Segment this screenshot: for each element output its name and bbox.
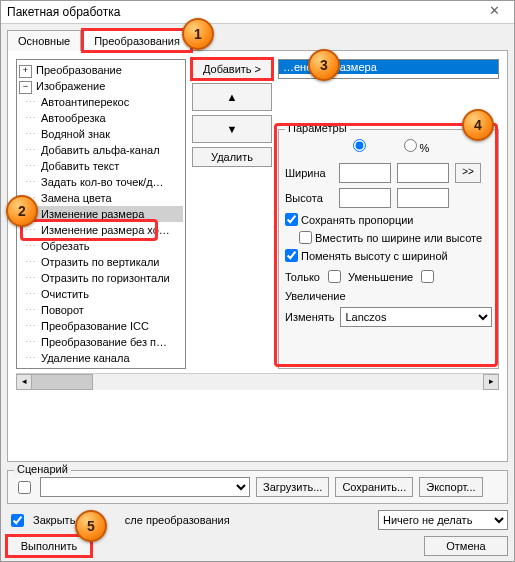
tab-transform[interactable]: Преобразования	[83, 30, 191, 51]
scenario-fieldset: Сценарий Загрузить... Сохранить... Экспо…	[7, 470, 508, 504]
tree-item[interactable]: Очистить	[19, 286, 183, 302]
more-button[interactable]: >>	[455, 163, 481, 183]
load-button[interactable]: Загрузить...	[256, 477, 329, 497]
increase-check[interactable]	[421, 270, 434, 283]
move-up-button[interactable]: ▲	[192, 83, 272, 111]
scroll-left-icon[interactable]: ◂	[16, 374, 32, 390]
tree-root[interactable]: −Изображение	[19, 78, 183, 94]
tree-item[interactable]: Преобразование без п…	[19, 334, 183, 350]
tree-item[interactable]: Добавить альфа-канал	[19, 142, 183, 158]
tree-item[interactable]: Отразить по вертикали	[19, 254, 183, 270]
close-after-check[interactable]	[11, 514, 24, 527]
add-button[interactable]: Добавить >	[192, 59, 272, 79]
batch-window: Пакетная обработка ✕ Основные Преобразов…	[0, 0, 515, 562]
window-title: Пакетная обработка	[7, 5, 120, 19]
collapse-icon[interactable]: −	[19, 81, 32, 94]
swap-check[interactable]	[285, 249, 298, 262]
triangle-down-icon: ▼	[227, 123, 238, 135]
scroll-thumb[interactable]	[31, 374, 93, 390]
tabs: Основные Преобразования 1	[7, 30, 508, 51]
tree-root[interactable]: +Преобразование	[19, 62, 183, 78]
tree-item[interactable]: Добавить текст	[19, 158, 183, 174]
height-label: Высота	[285, 192, 333, 204]
scenario-check[interactable]	[18, 481, 31, 494]
tree-item[interactable]: Преобразование ICC	[19, 318, 183, 334]
method-select[interactable]: Lanczos	[340, 307, 492, 327]
transform-tree[interactable]: +Преобразование−ИзображениеАвтоантиперек…	[16, 59, 186, 369]
tree-item[interactable]: Изменение размера хо…	[19, 222, 183, 238]
tree-item[interactable]: Удаление канала	[19, 350, 183, 366]
width-input-2[interactable]	[397, 163, 449, 183]
tree-item[interactable]: Замена цвета	[19, 190, 183, 206]
unit-pixel-radio[interactable]	[348, 136, 369, 154]
after-action-select[interactable]: Ничего не делать	[378, 510, 508, 530]
scenario-legend: Сценарий	[14, 463, 71, 475]
cancel-button[interactable]: Отмена	[424, 536, 508, 556]
move-down-button[interactable]: ▼	[192, 115, 272, 143]
tree-item[interactable]: Отразить по горизонтали	[19, 270, 183, 286]
tree-item[interactable]: Поворот	[19, 302, 183, 318]
tree-item[interactable]: Автообрезка	[19, 110, 183, 126]
width-input[interactable]	[339, 163, 391, 183]
delete-button[interactable]: Удалить	[192, 147, 272, 167]
tree-hscrollbar[interactable]: ◂ ▸	[16, 373, 499, 390]
height-input-2[interactable]	[397, 188, 449, 208]
resize-label: Изменять	[285, 311, 334, 323]
scenario-select[interactable]	[40, 477, 250, 497]
params-legend: Параметры	[285, 122, 350, 134]
tree-item[interactable]: Задать кол-во точек/д…	[19, 174, 183, 190]
tree-item[interactable]: Водяной знак	[19, 126, 183, 142]
expand-icon[interactable]: +	[19, 65, 32, 78]
titlebar: Пакетная обработка ✕	[1, 1, 514, 24]
decrease-check[interactable]	[328, 270, 341, 283]
export-button[interactable]: Экспорт...	[419, 477, 482, 497]
width-label: Ширина	[285, 167, 333, 179]
tree-item[interactable]: Изменение размера	[19, 206, 183, 222]
tree-item[interactable]: Автоантиперекос	[19, 94, 183, 110]
triangle-up-icon: ▲	[227, 91, 238, 103]
tab-panel: +Преобразование−ИзображениеАвтоантиперек…	[7, 50, 508, 462]
save-button[interactable]: Сохранить...	[335, 477, 413, 497]
close-after-label-right: сле преобразования	[125, 514, 230, 526]
height-input[interactable]	[339, 188, 391, 208]
list-item[interactable]: …енение размера	[279, 60, 498, 74]
fit-check[interactable]	[299, 231, 312, 244]
close-icon[interactable]: ✕	[480, 3, 508, 21]
keep-ratio-check[interactable]	[285, 213, 298, 226]
only-label: Только	[285, 271, 320, 283]
tab-main[interactable]: Основные	[7, 30, 81, 51]
unit-percent-radio[interactable]: %	[399, 136, 430, 154]
scroll-right-icon[interactable]: ▸	[483, 374, 499, 390]
selected-ops-list[interactable]: …енение размера	[278, 59, 499, 79]
tree-item[interactable]: Обрезать	[19, 238, 183, 254]
run-button[interactable]: Выполнить	[7, 536, 91, 556]
close-after-label-left: Закрыть д	[33, 514, 85, 526]
params-fieldset: Параметры % Ширина >>	[278, 129, 499, 369]
